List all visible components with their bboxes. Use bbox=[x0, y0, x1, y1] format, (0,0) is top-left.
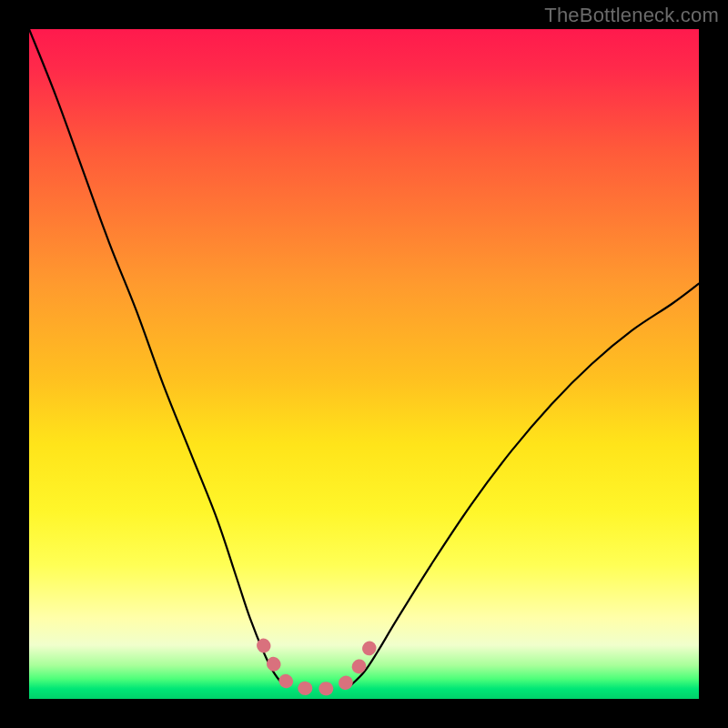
chart-stage: TheBottleneck.com bbox=[0, 0, 728, 728]
curve-layer bbox=[29, 29, 699, 699]
right-curve-path bbox=[350, 284, 699, 686]
watermark-text: TheBottleneck.com bbox=[544, 4, 719, 27]
left-curve-path bbox=[29, 29, 284, 685]
plot-area bbox=[29, 29, 699, 699]
